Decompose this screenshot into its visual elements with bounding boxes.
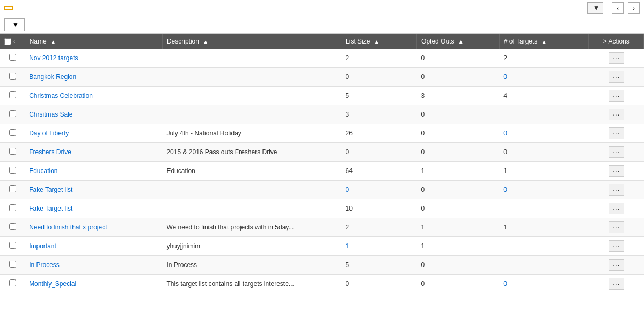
desc-sort-icon: ▲ bbox=[203, 39, 208, 45]
row-actions-button[interactable]: ··· bbox=[609, 127, 624, 139]
row-opted-outs: 0 bbox=[421, 73, 425, 81]
row-checkbox[interactable] bbox=[9, 242, 16, 249]
row-checkbox[interactable] bbox=[9, 204, 16, 211]
row-name[interactable]: Fake Target list bbox=[29, 186, 72, 193]
row-name[interactable]: Day of Liberty bbox=[29, 130, 69, 137]
row-num-targets-cell bbox=[499, 105, 589, 124]
row-opted-outs: 1 bbox=[421, 224, 425, 231]
row-checkbox[interactable] bbox=[9, 129, 16, 136]
next-page-button[interactable]: › bbox=[628, 2, 640, 14]
row-description: This target list contains all targets in… bbox=[166, 280, 294, 288]
row-checkbox[interactable] bbox=[9, 54, 16, 61]
row-actions-button[interactable]: ··· bbox=[609, 146, 624, 158]
row-name[interactable]: Nov 2012 targets bbox=[29, 54, 78, 62]
row-actions-cell: ··· bbox=[589, 105, 644, 124]
bulk-actions-button[interactable]: ▼ bbox=[4, 18, 25, 31]
table-row: Monthly_SpecialThis target list contains… bbox=[0, 275, 644, 292]
row-actions-button[interactable]: ··· bbox=[609, 71, 624, 83]
row-actions-button[interactable]: ··· bbox=[609, 109, 624, 120]
row-description: Education bbox=[166, 167, 195, 175]
row-opted-outs: 1 bbox=[421, 167, 425, 175]
row-num-targets[interactable]: 0 bbox=[503, 280, 507, 288]
row-num-targets-cell: 0 bbox=[499, 275, 589, 292]
row-description-cell bbox=[162, 199, 341, 218]
table-body: Nov 2012 targets202···Bangkok Region000·… bbox=[0, 49, 644, 292]
overview-dropdown[interactable]: ▼ bbox=[587, 2, 603, 14]
row-actions-button[interactable]: ··· bbox=[609, 221, 624, 233]
row-actions-button[interactable]: ··· bbox=[609, 203, 624, 214]
row-name[interactable]: Chrsitmas Sale bbox=[29, 111, 72, 118]
row-name-cell: Need to finish that x project bbox=[25, 218, 162, 237]
targets-sort-icon: ▲ bbox=[541, 39, 547, 45]
row-checkbox[interactable] bbox=[9, 261, 16, 268]
row-name[interactable]: Education bbox=[29, 167, 57, 175]
row-list-size-cell: 64 bbox=[341, 162, 417, 181]
row-actions-button[interactable]: ··· bbox=[609, 52, 624, 64]
dropdown-arrow-icon: ▼ bbox=[593, 4, 599, 12]
header-num-targets[interactable]: # of Targets ▲ bbox=[499, 34, 589, 49]
row-name[interactable]: Monthly_Special bbox=[29, 280, 76, 288]
row-name[interactable]: Fake Target list bbox=[29, 205, 72, 212]
row-name[interactable]: Christmas Celebration bbox=[29, 92, 93, 99]
row-list-size[interactable]: 0 bbox=[346, 186, 349, 193]
row-description: 2015 & 2016 Pass outs Freshers Drive bbox=[166, 148, 277, 156]
row-opted-outs-cell: 0 bbox=[417, 256, 500, 275]
header-description[interactable]: Description ▲ bbox=[162, 34, 341, 49]
header-chevron-icon[interactable]: ‹ bbox=[13, 39, 15, 45]
row-checkbox[interactable] bbox=[9, 91, 16, 98]
row-actions-button[interactable]: ··· bbox=[609, 90, 624, 102]
table-row: Fake Target list000··· bbox=[0, 181, 644, 199]
row-actions-button[interactable]: ··· bbox=[609, 165, 624, 177]
table-row: Freshers Drive2015 & 2016 Pass outs Fres… bbox=[0, 143, 644, 162]
row-num-targets[interactable]: 0 bbox=[503, 130, 507, 137]
row-list-size-cell: 0 bbox=[341, 181, 417, 199]
table-row: EducationEducation6411··· bbox=[0, 162, 644, 181]
row-name[interactable]: In Process bbox=[29, 261, 60, 269]
row-checkbox[interactable] bbox=[9, 223, 16, 230]
row-num-targets[interactable]: 0 bbox=[503, 186, 507, 193]
row-actions-button[interactable]: ··· bbox=[609, 240, 624, 252]
row-name-cell: Nov 2012 targets bbox=[25, 49, 162, 68]
top-row1: ▼ ‹ › bbox=[4, 2, 640, 14]
row-opted-outs: 0 bbox=[421, 54, 425, 62]
row-actions-cell: ··· bbox=[589, 237, 644, 256]
row-checkbox[interactable] bbox=[9, 110, 16, 117]
header-name[interactable]: Name ▲ bbox=[25, 34, 162, 49]
row-list-size-cell: 0 bbox=[341, 68, 417, 87]
row-list-size: 26 bbox=[346, 130, 353, 137]
row-num-targets[interactable]: 0 bbox=[503, 73, 507, 81]
row-checkbox[interactable] bbox=[9, 167, 16, 174]
row-name[interactable]: Freshers Drive bbox=[29, 148, 71, 156]
row-name[interactable]: Need to finish that x project bbox=[29, 224, 107, 231]
row-description: In Process bbox=[166, 261, 197, 269]
row-opted-outs-cell: 0 bbox=[417, 199, 500, 218]
row-description-cell bbox=[162, 181, 341, 199]
row-checkbox[interactable] bbox=[9, 185, 16, 192]
row-actions-button[interactable]: ··· bbox=[609, 278, 624, 290]
row-name[interactable]: Important bbox=[29, 242, 56, 250]
header-list-size[interactable]: List Size ▲ bbox=[341, 34, 417, 49]
optedouts-sort-icon: ▲ bbox=[458, 39, 464, 45]
row-description-cell bbox=[162, 49, 341, 68]
table-row: Nov 2012 targets202··· bbox=[0, 49, 644, 68]
row-checkbox[interactable] bbox=[9, 148, 16, 155]
prev-page-button[interactable]: ‹ bbox=[612, 2, 624, 14]
row-actions-button[interactable]: ··· bbox=[609, 184, 624, 196]
row-opted-outs-cell: 0 bbox=[417, 124, 500, 143]
row-actions-button[interactable]: ··· bbox=[609, 259, 624, 271]
header-opted-outs[interactable]: Opted Outs ▲ bbox=[417, 34, 500, 49]
row-checkbox[interactable] bbox=[9, 279, 16, 286]
table-container: ‹ Name ▲ Description ▲ List Size ▲ Opted… bbox=[0, 34, 644, 292]
row-description-cell: yhuyjjnimim bbox=[162, 237, 341, 256]
row-checkbox[interactable] bbox=[9, 73, 16, 80]
row-list-size[interactable]: 1 bbox=[346, 242, 349, 250]
row-actions-cell: ··· bbox=[589, 199, 644, 218]
row-opted-outs-cell: 0 bbox=[417, 105, 500, 124]
row-list-size: 10 bbox=[346, 205, 353, 212]
row-description-cell bbox=[162, 87, 341, 105]
row-list-size: 5 bbox=[346, 261, 349, 269]
row-opted-outs-cell: 1 bbox=[417, 218, 500, 237]
row-name-cell: Day of Liberty bbox=[25, 124, 162, 143]
select-all-checkbox[interactable] bbox=[4, 38, 11, 45]
row-name[interactable]: Bangkok Region bbox=[29, 73, 76, 81]
